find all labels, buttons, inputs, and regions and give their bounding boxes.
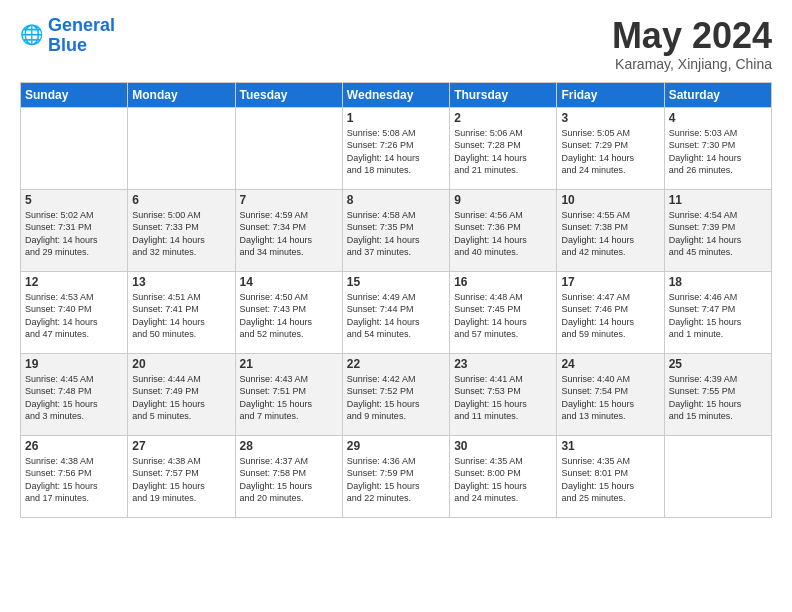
weekday-header-saturday: Saturday (664, 82, 771, 107)
day-info: Sunrise: 4:37 AM Sunset: 7:58 PM Dayligh… (240, 455, 338, 505)
logo-icon: 🌐 (20, 24, 44, 48)
calendar-cell: 28Sunrise: 4:37 AM Sunset: 7:58 PM Dayli… (235, 435, 342, 517)
calendar-cell (235, 107, 342, 189)
calendar-cell: 2Sunrise: 5:06 AM Sunset: 7:28 PM Daylig… (450, 107, 557, 189)
day-number: 3 (561, 111, 659, 125)
week-row-3: 19Sunrise: 4:45 AM Sunset: 7:48 PM Dayli… (21, 353, 772, 435)
day-number: 17 (561, 275, 659, 289)
calendar-cell: 9Sunrise: 4:56 AM Sunset: 7:36 PM Daylig… (450, 189, 557, 271)
calendar-cell: 11Sunrise: 4:54 AM Sunset: 7:39 PM Dayli… (664, 189, 771, 271)
day-info: Sunrise: 4:58 AM Sunset: 7:35 PM Dayligh… (347, 209, 445, 259)
day-number: 1 (347, 111, 445, 125)
day-info: Sunrise: 4:59 AM Sunset: 7:34 PM Dayligh… (240, 209, 338, 259)
calendar-cell: 12Sunrise: 4:53 AM Sunset: 7:40 PM Dayli… (21, 271, 128, 353)
day-number: 15 (347, 275, 445, 289)
week-row-4: 26Sunrise: 4:38 AM Sunset: 7:56 PM Dayli… (21, 435, 772, 517)
calendar-cell: 29Sunrise: 4:36 AM Sunset: 7:59 PM Dayli… (342, 435, 449, 517)
day-number: 8 (347, 193, 445, 207)
calendar-cell: 6Sunrise: 5:00 AM Sunset: 7:33 PM Daylig… (128, 189, 235, 271)
day-number: 5 (25, 193, 123, 207)
weekday-header-friday: Friday (557, 82, 664, 107)
day-number: 10 (561, 193, 659, 207)
calendar-cell: 31Sunrise: 4:35 AM Sunset: 8:01 PM Dayli… (557, 435, 664, 517)
calendar-cell: 14Sunrise: 4:50 AM Sunset: 7:43 PM Dayli… (235, 271, 342, 353)
day-info: Sunrise: 4:39 AM Sunset: 7:55 PM Dayligh… (669, 373, 767, 423)
week-row-1: 5Sunrise: 5:02 AM Sunset: 7:31 PM Daylig… (21, 189, 772, 271)
day-info: Sunrise: 5:08 AM Sunset: 7:26 PM Dayligh… (347, 127, 445, 177)
calendar-cell: 5Sunrise: 5:02 AM Sunset: 7:31 PM Daylig… (21, 189, 128, 271)
logo-text: GeneralBlue (48, 16, 115, 56)
day-info: Sunrise: 4:40 AM Sunset: 7:54 PM Dayligh… (561, 373, 659, 423)
calendar-cell: 4Sunrise: 5:03 AM Sunset: 7:30 PM Daylig… (664, 107, 771, 189)
svg-text:🌐: 🌐 (20, 24, 44, 46)
calendar-cell: 17Sunrise: 4:47 AM Sunset: 7:46 PM Dayli… (557, 271, 664, 353)
calendar-cell (664, 435, 771, 517)
header: 🌐 GeneralBlue May 2024 Karamay, Xinjiang… (20, 16, 772, 72)
day-info: Sunrise: 4:38 AM Sunset: 7:56 PM Dayligh… (25, 455, 123, 505)
day-info: Sunrise: 4:35 AM Sunset: 8:01 PM Dayligh… (561, 455, 659, 505)
calendar-cell: 15Sunrise: 4:49 AM Sunset: 7:44 PM Dayli… (342, 271, 449, 353)
day-number: 31 (561, 439, 659, 453)
calendar-cell: 19Sunrise: 4:45 AM Sunset: 7:48 PM Dayli… (21, 353, 128, 435)
day-number: 25 (669, 357, 767, 371)
calendar-cell: 10Sunrise: 4:55 AM Sunset: 7:38 PM Dayli… (557, 189, 664, 271)
weekday-header-thursday: Thursday (450, 82, 557, 107)
day-number: 30 (454, 439, 552, 453)
calendar-cell: 27Sunrise: 4:38 AM Sunset: 7:57 PM Dayli… (128, 435, 235, 517)
calendar-body: 1Sunrise: 5:08 AM Sunset: 7:26 PM Daylig… (21, 107, 772, 517)
day-number: 26 (25, 439, 123, 453)
day-info: Sunrise: 4:42 AM Sunset: 7:52 PM Dayligh… (347, 373, 445, 423)
day-info: Sunrise: 4:36 AM Sunset: 7:59 PM Dayligh… (347, 455, 445, 505)
calendar-cell: 22Sunrise: 4:42 AM Sunset: 7:52 PM Dayli… (342, 353, 449, 435)
day-info: Sunrise: 4:51 AM Sunset: 7:41 PM Dayligh… (132, 291, 230, 341)
day-number: 9 (454, 193, 552, 207)
day-info: Sunrise: 4:48 AM Sunset: 7:45 PM Dayligh… (454, 291, 552, 341)
calendar-cell: 3Sunrise: 5:05 AM Sunset: 7:29 PM Daylig… (557, 107, 664, 189)
day-number: 24 (561, 357, 659, 371)
day-number: 21 (240, 357, 338, 371)
day-info: Sunrise: 4:35 AM Sunset: 8:00 PM Dayligh… (454, 455, 552, 505)
day-info: Sunrise: 5:02 AM Sunset: 7:31 PM Dayligh… (25, 209, 123, 259)
day-info: Sunrise: 4:50 AM Sunset: 7:43 PM Dayligh… (240, 291, 338, 341)
day-info: Sunrise: 5:05 AM Sunset: 7:29 PM Dayligh… (561, 127, 659, 177)
day-number: 27 (132, 439, 230, 453)
calendar: SundayMondayTuesdayWednesdayThursdayFrid… (20, 82, 772, 518)
calendar-cell: 24Sunrise: 4:40 AM Sunset: 7:54 PM Dayli… (557, 353, 664, 435)
day-number: 2 (454, 111, 552, 125)
calendar-cell: 25Sunrise: 4:39 AM Sunset: 7:55 PM Dayli… (664, 353, 771, 435)
calendar-cell: 18Sunrise: 4:46 AM Sunset: 7:47 PM Dayli… (664, 271, 771, 353)
calendar-cell: 1Sunrise: 5:08 AM Sunset: 7:26 PM Daylig… (342, 107, 449, 189)
day-number: 18 (669, 275, 767, 289)
day-info: Sunrise: 5:06 AM Sunset: 7:28 PM Dayligh… (454, 127, 552, 177)
day-number: 22 (347, 357, 445, 371)
calendar-cell: 21Sunrise: 4:43 AM Sunset: 7:51 PM Dayli… (235, 353, 342, 435)
day-number: 19 (25, 357, 123, 371)
day-number: 7 (240, 193, 338, 207)
weekday-header-wednesday: Wednesday (342, 82, 449, 107)
calendar-cell: 23Sunrise: 4:41 AM Sunset: 7:53 PM Dayli… (450, 353, 557, 435)
day-info: Sunrise: 4:56 AM Sunset: 7:36 PM Dayligh… (454, 209, 552, 259)
day-info: Sunrise: 4:41 AM Sunset: 7:53 PM Dayligh… (454, 373, 552, 423)
week-row-0: 1Sunrise: 5:08 AM Sunset: 7:26 PM Daylig… (21, 107, 772, 189)
calendar-cell: 7Sunrise: 4:59 AM Sunset: 7:34 PM Daylig… (235, 189, 342, 271)
day-info: Sunrise: 4:54 AM Sunset: 7:39 PM Dayligh… (669, 209, 767, 259)
day-number: 23 (454, 357, 552, 371)
day-info: Sunrise: 4:49 AM Sunset: 7:44 PM Dayligh… (347, 291, 445, 341)
title-block: May 2024 Karamay, Xinjiang, China (612, 16, 772, 72)
day-number: 20 (132, 357, 230, 371)
day-info: Sunrise: 5:03 AM Sunset: 7:30 PM Dayligh… (669, 127, 767, 177)
calendar-cell (128, 107, 235, 189)
weekday-header-monday: Monday (128, 82, 235, 107)
calendar-cell: 8Sunrise: 4:58 AM Sunset: 7:35 PM Daylig… (342, 189, 449, 271)
day-info: Sunrise: 4:44 AM Sunset: 7:49 PM Dayligh… (132, 373, 230, 423)
day-number: 6 (132, 193, 230, 207)
logo: 🌐 GeneralBlue (20, 16, 115, 56)
calendar-cell: 20Sunrise: 4:44 AM Sunset: 7:49 PM Dayli… (128, 353, 235, 435)
day-info: Sunrise: 4:55 AM Sunset: 7:38 PM Dayligh… (561, 209, 659, 259)
day-info: Sunrise: 5:00 AM Sunset: 7:33 PM Dayligh… (132, 209, 230, 259)
weekday-header-sunday: Sunday (21, 82, 128, 107)
day-number: 28 (240, 439, 338, 453)
calendar-cell: 26Sunrise: 4:38 AM Sunset: 7:56 PM Dayli… (21, 435, 128, 517)
calendar-cell: 13Sunrise: 4:51 AM Sunset: 7:41 PM Dayli… (128, 271, 235, 353)
day-info: Sunrise: 4:45 AM Sunset: 7:48 PM Dayligh… (25, 373, 123, 423)
